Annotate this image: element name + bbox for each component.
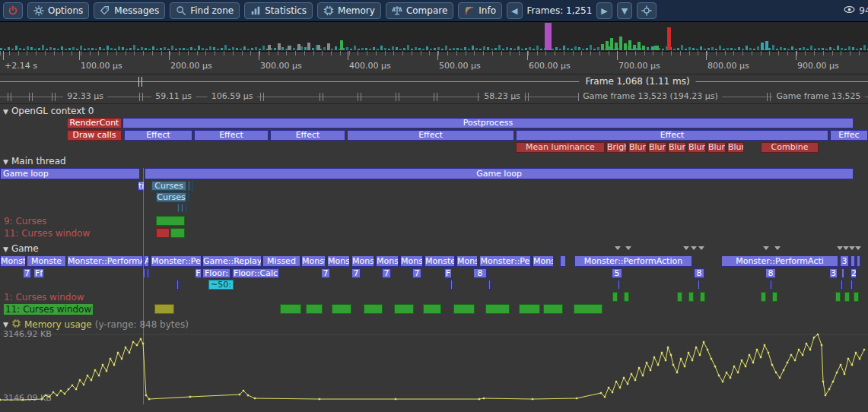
- section-header-opengl-context-0[interactable]: ▼OpenGL context 0: [3, 106, 94, 116]
- histogram-bar[interactable]: [205, 49, 208, 50]
- histogram-bar[interactable]: [38, 48, 40, 50]
- memory-button[interactable]: Memory: [317, 2, 381, 19]
- histogram-bar[interactable]: [860, 48, 862, 50]
- histogram-bar[interactable]: [757, 46, 759, 50]
- zone-bar[interactable]: [147, 268, 149, 278]
- histogram-bar[interactable]: [521, 49, 523, 50]
- zone-bar[interactable]: 7: [23, 268, 31, 278]
- histogram-bar[interactable]: [719, 46, 721, 50]
- section-header-main-thread[interactable]: ▼Main thread: [3, 156, 66, 166]
- histogram-bar[interactable]: [667, 27, 671, 50]
- histogram-bar[interactable]: [377, 49, 379, 50]
- histogram-bar[interactable]: [464, 47, 466, 50]
- zone-bar[interactable]: Blur: [727, 142, 744, 153]
- histogram-bar[interactable]: [148, 49, 151, 50]
- histogram-bar[interactable]: [129, 48, 132, 50]
- histogram-bar[interactable]: [399, 49, 402, 50]
- zone-bar[interactable]: [841, 280, 843, 290]
- zone-bar[interactable]: [176, 280, 179, 290]
- zone-bar[interactable]: Monste: [424, 255, 455, 267]
- histogram-bar[interactable]: [0, 48, 2, 50]
- zone-bar[interactable]: Curses: [156, 192, 186, 202]
- histogram-bar[interactable]: [533, 49, 535, 50]
- zone-bar[interactable]: Effect: [124, 130, 192, 141]
- histogram-bar[interactable]: [529, 47, 531, 50]
- zone-bar[interactable]: 3: [840, 255, 849, 267]
- histogram-bar[interactable]: [346, 47, 348, 50]
- histogram-bar[interactable]: [80, 46, 82, 50]
- histogram-bar[interactable]: [65, 49, 67, 50]
- histogram-bar[interactable]: [217, 49, 219, 50]
- zone-frame-label[interactable]: Game frame 13,523 (194.23 µs): [579, 91, 722, 101]
- zone-bar[interactable]: [453, 304, 475, 314]
- histogram-bar[interactable]: [107, 46, 109, 50]
- zone-bar[interactable]: Monster::PerformA: [67, 255, 143, 267]
- histogram-bar[interactable]: [358, 49, 360, 50]
- zone-bar[interactable]: [306, 304, 323, 314]
- zone-bar[interactable]: [170, 228, 185, 238]
- histogram-bar[interactable]: [15, 46, 17, 50]
- histogram-bar[interactable]: [494, 48, 497, 50]
- histogram-bar[interactable]: [49, 47, 52, 50]
- zone-bar[interactable]: 3: [829, 268, 838, 278]
- histogram-bar[interactable]: [103, 49, 105, 50]
- goto-frame-button[interactable]: [637, 2, 657, 19]
- info-button[interactable]: Info: [458, 2, 502, 19]
- histogram-bar[interactable]: [57, 49, 59, 50]
- messages-button[interactable]: Messages: [94, 2, 165, 19]
- zone-bar[interactable]: [761, 292, 766, 302]
- histogram-bar[interactable]: [304, 47, 307, 50]
- histogram-bar[interactable]: [746, 46, 748, 50]
- zone-bar[interactable]: [851, 255, 855, 267]
- zone-bar[interactable]: [560, 255, 566, 267]
- histogram-bar[interactable]: [95, 49, 97, 50]
- histogram-bar[interactable]: [331, 49, 333, 50]
- zone-bar[interactable]: Game::Replay: [202, 255, 262, 267]
- histogram-bar[interactable]: [552, 49, 554, 50]
- zone-bar[interactable]: Mons: [533, 255, 554, 267]
- collapsed-zone-marker-icon[interactable]: [837, 246, 843, 250]
- zone-bar[interactable]: Missed: [262, 255, 300, 267]
- histogram-bar[interactable]: [491, 49, 493, 50]
- zone-bar[interactable]: [543, 304, 563, 314]
- zone-bar[interactable]: Effec: [830, 130, 868, 141]
- histogram-bar[interactable]: [681, 45, 683, 50]
- histogram-bar[interactable]: [274, 48, 276, 50]
- histogram-bar[interactable]: [384, 48, 386, 50]
- histogram-bar[interactable]: [278, 43, 281, 50]
- histogram-bar[interactable]: [53, 48, 56, 50]
- histogram-bar[interactable]: [255, 47, 257, 50]
- histogram-bar[interactable]: [707, 48, 710, 50]
- histogram-bar[interactable]: [251, 48, 253, 50]
- histogram-bar[interactable]: [559, 49, 561, 50]
- frame-bar[interactable]: Frame 1,068 (1.11 ms): [0, 74, 868, 88]
- histogram-bar[interactable]: [11, 49, 14, 50]
- histogram-bar[interactable]: [340, 40, 343, 50]
- zone-bar[interactable]: [698, 280, 700, 290]
- histogram-bar[interactable]: [692, 48, 695, 50]
- collapsed-zone-marker-icon[interactable]: [774, 246, 781, 250]
- zone-bar[interactable]: 8: [765, 268, 776, 278]
- histogram-bar[interactable]: [156, 49, 158, 50]
- zone-bar[interactable]: 5: [612, 268, 622, 278]
- histogram-bar[interactable]: [411, 49, 413, 50]
- histogram-bar[interactable]: [418, 48, 421, 50]
- histogram-bar[interactable]: [472, 46, 474, 50]
- histogram-bar[interactable]: [288, 46, 291, 50]
- histogram-bar[interactable]: [190, 47, 192, 50]
- histogram-bar[interactable]: [540, 49, 542, 50]
- zone-bar[interactable]: Blur: [628, 142, 647, 153]
- histogram-bar[interactable]: [768, 48, 771, 50]
- histogram-bar[interactable]: [597, 47, 599, 50]
- zone-bar[interactable]: Combine: [761, 142, 819, 153]
- histogram-bar[interactable]: [848, 46, 851, 50]
- histogram-bar[interactable]: [262, 46, 265, 50]
- zone-frame-label[interactable]: 106.59 µs: [208, 91, 257, 101]
- histogram-bar[interactable]: [373, 47, 375, 50]
- histogram-bar[interactable]: [590, 45, 592, 50]
- histogram-bar[interactable]: [369, 49, 371, 50]
- zone-bar[interactable]: Effect: [516, 130, 828, 141]
- zone-bar[interactable]: [677, 292, 682, 302]
- zone-bar[interactable]: [188, 192, 189, 202]
- histogram-bar[interactable]: [281, 47, 284, 50]
